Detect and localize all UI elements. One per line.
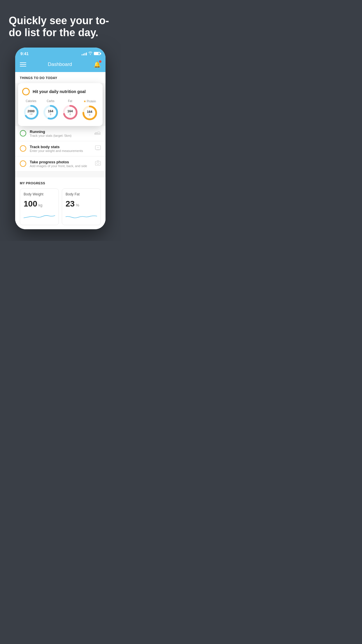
calories-donut: 2000 cal <box>23 104 40 121</box>
photos-name: Take progress photos <box>30 160 92 164</box>
hero-section: Quickly see your to-do list for the day. <box>0 0 121 48</box>
wifi-icon <box>88 51 92 56</box>
phone-mockup: 9:41 Da <box>15 48 106 229</box>
todo-item-photos[interactable]: Take progress photos Add images of your … <box>15 156 106 172</box>
fat-value: 164 g <box>67 109 73 115</box>
notification-bell[interactable]: 🔔 <box>94 61 101 68</box>
body-stats-check-circle <box>20 145 26 152</box>
running-sub: Track your stats (target: 5km) <box>30 134 91 137</box>
star-icon: ★ <box>83 99 86 103</box>
nutrition-card-header: Hit your daily nutrition goal <box>22 88 99 95</box>
nutrition-card[interactable]: Hit your daily nutrition goal Calories 2… <box>18 83 103 126</box>
body-weight-card[interactable]: Body Weight 100 kg <box>20 188 59 225</box>
svg-point-10 <box>97 162 99 164</box>
progress-section: MY PROGRESS Body Weight 100 kg Body Fat <box>15 177 106 229</box>
spacer <box>15 172 106 177</box>
section-header: THINGS TO DO TODAY <box>15 72 106 83</box>
fat-donut: 164 g <box>62 104 79 121</box>
body-stats-text: Track body stats Enter your weight and m… <box>30 145 92 153</box>
nutrition-stats: Calories 2000 cal Carbs <box>22 99 99 121</box>
notification-dot <box>99 60 101 63</box>
body-fat-value: 23 % <box>66 199 97 209</box>
status-time: 9:41 <box>20 51 29 56</box>
body-fat-unit: % <box>76 203 79 207</box>
carbs-label: Carbs <box>47 99 55 103</box>
protein-value: 164 g <box>87 110 92 116</box>
carbs-donut: 164 g <box>42 104 59 121</box>
photos-text: Take progress photos Add images of your … <box>30 160 92 168</box>
todo-item-body-stats[interactable]: Track body stats Enter your weight and m… <box>15 141 106 156</box>
svg-rect-9 <box>95 161 101 165</box>
nutrition-card-title: Hit your daily nutrition goal <box>33 89 86 94</box>
body-stats-sub: Enter your weight and measurements <box>30 149 92 153</box>
body-weight-sparkline <box>24 211 55 220</box>
body-stats-name: Track body stats <box>30 145 92 149</box>
battery-icon <box>94 52 100 55</box>
things-to-do-title: THINGS TO DO TODAY <box>20 76 101 80</box>
nutrition-check-circle <box>22 88 30 95</box>
scale-icon <box>95 145 101 152</box>
carbs-value: 164 g <box>48 109 53 115</box>
body-fat-number: 23 <box>66 199 75 209</box>
shoe-icon <box>94 130 101 136</box>
todo-list: Running Track your stats (target: 5km) T… <box>15 126 106 172</box>
photos-check-circle <box>20 160 26 167</box>
hero-title: Quickly see your to-do list for the day. <box>9 15 112 39</box>
body-fat-card[interactable]: Body Fat 23 % <box>62 188 101 225</box>
status-icons <box>82 51 100 56</box>
body-weight-title: Body Weight <box>24 192 55 196</box>
app-title: Dashboard <box>48 62 72 67</box>
running-check-circle <box>20 130 26 136</box>
status-bar: 9:41 <box>15 48 106 58</box>
stat-carbs: Carbs 164 g <box>42 99 59 121</box>
app-body: THINGS TO DO TODAY Hit your daily nutrit… <box>15 72 106 229</box>
hamburger-menu[interactable] <box>20 62 26 66</box>
running-text: Running Track your stats (target: 5km) <box>30 130 91 137</box>
photo-icon <box>95 160 101 167</box>
body-weight-value: 100 kg <box>24 199 55 209</box>
app-header: Dashboard 🔔 <box>15 58 106 72</box>
fat-label: Fat <box>68 99 72 103</box>
body-fat-sparkline <box>66 211 97 220</box>
running-name: Running <box>30 130 91 134</box>
todo-item-running[interactable]: Running Track your stats (target: 5km) <box>15 126 106 141</box>
body-weight-unit: kg <box>38 203 43 207</box>
photos-sub: Add images of your front, back, and side <box>30 164 92 168</box>
stat-fat: Fat 164 g <box>62 99 79 121</box>
body-fat-title: Body Fat <box>66 192 97 196</box>
progress-title: MY PROGRESS <box>20 181 101 185</box>
stat-calories: Calories 2000 cal <box>23 99 40 121</box>
protein-label: ★ Protein <box>83 99 96 103</box>
calories-value: 2000 cal <box>27 109 34 115</box>
signal-icon <box>82 52 87 55</box>
protein-donut: 164 g <box>81 104 98 121</box>
body-weight-number: 100 <box>24 199 37 209</box>
stat-protein: ★ Protein 164 g <box>81 99 98 121</box>
calories-label: Calories <box>26 99 36 103</box>
progress-cards: Body Weight 100 kg Body Fat 23 % <box>20 188 101 225</box>
